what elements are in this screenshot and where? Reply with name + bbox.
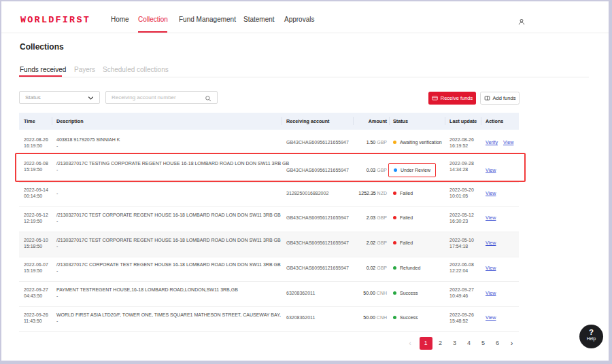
frame-top (0, 0, 612, 1)
cell-desc: /2130327017C CORPORATE TEST REGENT HOUSE… (56, 257, 281, 274)
page-6[interactable]: 6 (491, 337, 504, 350)
cell-status: Failed (393, 190, 413, 196)
cell-time: 2022-09-2704:43:50 (24, 283, 48, 299)
cell-desc: PAYMENT TESTREGENT HOUSE,16-18 LOMBARD R… (56, 283, 238, 299)
nav-statement[interactable]: Statement (243, 16, 275, 23)
highlight-box (15, 153, 526, 182)
nav-approvals[interactable]: Approvals (284, 16, 314, 23)
cell-update: 2022-05-1017:54:18 (449, 232, 474, 249)
action-view[interactable]: View (486, 290, 496, 296)
cell-time: 2022-09-2611:43:50 (24, 307, 48, 324)
table-header: Time Description Receiving account Amoun… (19, 113, 519, 130)
cell-desc: - (56, 190, 58, 196)
cell-actions: View (486, 190, 501, 196)
tab-funds[interactable]: Funds received (20, 66, 66, 73)
cell-actions: View (486, 290, 501, 296)
frame-bottom (0, 361, 612, 364)
filter-status[interactable]: Status (19, 91, 100, 104)
action-verify[interactable]: Verify (486, 139, 498, 145)
page-2[interactable]: 2 (434, 337, 447, 350)
frame-right (609, 0, 612, 364)
cell-account: GB43CHAS60956121655947 (286, 139, 349, 145)
cell-actions: View (486, 265, 501, 271)
table-row: 2022-08-2616:19:50403818 91792075 SINNIA… (19, 130, 519, 155)
cell-time: 2022-08-2616:19:50 (24, 130, 48, 149)
btn-add-funds[interactable]: Add funds (480, 92, 520, 105)
table-row: 2022-05-1015:18:50/2130327017C TEST CORP… (19, 232, 519, 257)
page-title: Collections (20, 42, 64, 52)
page-5[interactable]: 5 (477, 337, 490, 350)
action-view[interactable]: View (486, 265, 496, 271)
action-view[interactable]: View (486, 215, 496, 221)
cell-amount: 2.02 GBP (367, 240, 387, 246)
table-row: 2022-09-2611:43:50WORLD FIRST ASIA LTD20… (19, 307, 519, 332)
nav-fund[interactable]: Fund Management (179, 16, 236, 23)
cell-time: 2022-05-1212:19:50 (24, 207, 48, 224)
table-row: 2022-06-0715:19:50/2130327017C CORPORATE… (19, 257, 519, 283)
frame-left (0, 0, 1, 364)
action-view[interactable]: View (486, 314, 496, 321)
cell-account: GB43CHAS60956121655947 (286, 240, 349, 246)
cell-account: 63208362011 (286, 314, 315, 321)
cell-update: 2022-09-2010:01:05 (449, 183, 474, 200)
cell-status: Success (393, 290, 418, 296)
cell-time: 2022-09-1400:14:50 (24, 183, 48, 200)
nav-collection[interactable]: Collection (138, 16, 168, 23)
tab-scheduled[interactable]: Scheduled collections (103, 66, 169, 73)
help-button[interactable]: ?Help (579, 325, 603, 348)
action-view[interactable]: View (503, 139, 513, 145)
cell-amount: 50.00 CNH (363, 314, 387, 321)
tab-separator (19, 77, 589, 77)
cell-actions: View (486, 314, 501, 321)
cell-account: GB43CHAS60956121655947 (286, 265, 349, 271)
cell-amount: 50.00 CNH (363, 290, 387, 296)
cell-actions: VerifyView (486, 139, 519, 145)
cell-desc: /2130327017C TEST CORPORATE REGENT HOUSE… (56, 232, 281, 249)
cell-actions: View (486, 215, 501, 221)
filter-account[interactable]: Receiving account number (105, 91, 218, 104)
page-3[interactable]: 3 (448, 337, 461, 350)
cell-amount: 1.50 GBP (367, 139, 387, 145)
cell-update: 2022-09-2710:49:46 (449, 283, 474, 299)
collections-page: WORLDFIRST HomeCollectionFund Management… (0, 0, 612, 364)
cell-account: 3128250016882002 (286, 190, 328, 196)
page-1[interactable]: 1 (420, 337, 432, 350)
action-view[interactable]: View (486, 240, 496, 246)
table-row: 2022-09-2704:43:50PAYMENT TESTREGENT HOU… (19, 283, 519, 308)
action-view[interactable]: View (486, 190, 496, 196)
cell-update: 2022-06-0812:22:04 (449, 257, 474, 274)
page-next[interactable]: › (505, 337, 518, 350)
cell-account: GB43CHAS60956121655947 (286, 215, 349, 221)
cell-desc: 403818 91792075 SINNIAH K- (56, 130, 120, 149)
cell-amount: 1252.35 NZD (358, 190, 387, 196)
tab-payers[interactable]: Payers (74, 66, 95, 73)
cell-update: 2022-09-2615:48:52 (449, 307, 474, 324)
cell-desc: WORLD FIRST ASIA LTD20/F, TOWER ONE, TIM… (56, 307, 281, 324)
cell-status: Awaiting verification (393, 139, 442, 145)
logo: WORLDFIRST (20, 15, 90, 25)
tab-underline (19, 75, 62, 77)
cell-amount: 2.03 GBP (367, 215, 387, 221)
cell-desc: /2130327017C TEST CORPORATE REGENT HOUSE… (56, 207, 281, 224)
cell-update: 2022-08-2616:19:52 (449, 130, 474, 149)
cell-status: Failed (393, 215, 413, 221)
cell-time: 2022-05-1015:18:50 (24, 232, 48, 249)
btn-receive-funds[interactable]: Receive funds (428, 92, 476, 105)
page-4[interactable]: 4 (462, 337, 475, 350)
cell-time: 2022-06-0715:19:50 (24, 257, 48, 274)
cell-status: Success (393, 314, 418, 321)
cell-update: 2022-05-1216:30:23 (449, 207, 474, 224)
cell-amount: 0.02 GBP (367, 265, 387, 271)
cell-status: Refunded (393, 265, 420, 271)
page-prev: ‹ (404, 337, 417, 350)
table-row: 2022-09-1400:14:50-31282500168820021252.… (19, 183, 519, 208)
cell-account: 63208362011 (286, 290, 315, 296)
table-row: 2022-05-1212:19:50/2130327017C TEST CORP… (19, 207, 519, 232)
nav-home[interactable]: Home (111, 16, 129, 23)
header-border (0, 33, 612, 33)
user-icon (518, 16, 525, 28)
cell-actions: View (486, 240, 501, 246)
cell-status: Failed (393, 240, 413, 246)
